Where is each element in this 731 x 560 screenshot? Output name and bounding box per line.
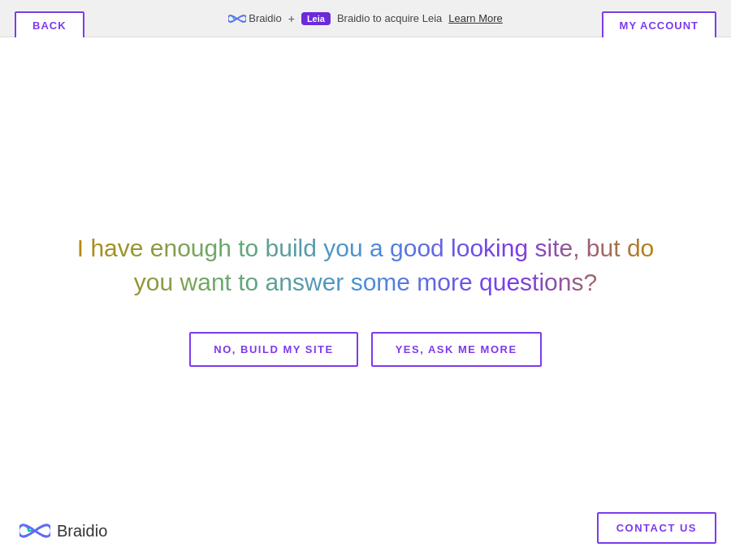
- braidio-logo-small: Braidio: [228, 12, 281, 24]
- braidio-infinity-icon: [19, 521, 50, 541]
- banner-content: Braidio + Leia Braidio to acquire Leia L…: [228, 12, 503, 25]
- action-buttons-row: NO, BUILD MY SITE YES, ASK ME MORE: [189, 332, 541, 367]
- banner-braidio-label: Braidio: [249, 12, 281, 24]
- question-text: I have enough to build you a good lookin…: [73, 231, 658, 299]
- braidio-logo-text: Braidio: [57, 522, 107, 541]
- no-build-button[interactable]: NO, BUILD MY SITE: [189, 332, 357, 367]
- top-banner: Braidio + Leia Braidio to acquire Leia L…: [0, 0, 731, 37]
- contact-us-button[interactable]: CONTACT US: [597, 512, 716, 544]
- braidio-infinity-icon-small: [228, 13, 246, 24]
- banner-plus: +: [288, 12, 295, 25]
- learn-more-link[interactable]: Learn More: [448, 12, 502, 24]
- leia-badge: Leia: [301, 12, 331, 25]
- banner-acquisition-text: Braidio to acquire Leia: [337, 12, 442, 24]
- main-content: I have enough to build you a good lookin…: [0, 37, 731, 560]
- my-account-button[interactable]: MY ACCOUNT: [602, 11, 716, 40]
- yes-ask-button[interactable]: YES, ASK ME MORE: [371, 332, 542, 367]
- back-button[interactable]: BACK: [15, 11, 84, 40]
- braidio-bottom-logo: Braidio: [19, 521, 107, 541]
